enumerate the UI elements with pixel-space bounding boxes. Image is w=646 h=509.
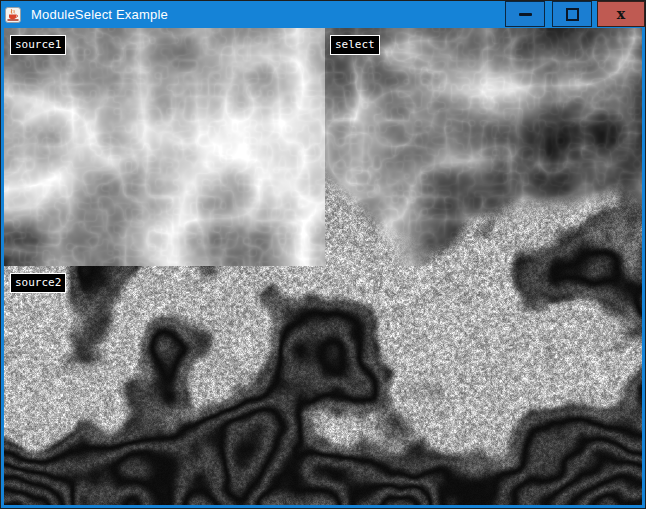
app-window: ModuleSelect Example x select source1 so… (0, 0, 646, 509)
window-title: ModuleSelect Example (31, 7, 168, 22)
source2-label: source2 (10, 273, 66, 293)
minimize-button[interactable] (505, 1, 545, 27)
java-app-icon[interactable] (5, 7, 21, 23)
source1-noise-image (4, 28, 325, 266)
select-image-panel: select (325, 28, 642, 266)
select-noise-image (325, 28, 642, 266)
maximize-button[interactable] (552, 1, 592, 27)
maximize-icon (566, 8, 579, 21)
source2-noise-image (4, 266, 642, 505)
select-label: select (330, 35, 380, 55)
minimize-icon (519, 13, 532, 16)
close-icon: x (617, 7, 625, 21)
titlebar[interactable]: ModuleSelect Example x (1, 1, 645, 28)
source2-image-panel: source2 (4, 266, 642, 505)
source1-image-panel: source1 (4, 28, 325, 266)
close-button[interactable]: x (597, 1, 645, 27)
source1-label: source1 (10, 35, 66, 55)
render-area: select source1 source2 (4, 28, 642, 505)
